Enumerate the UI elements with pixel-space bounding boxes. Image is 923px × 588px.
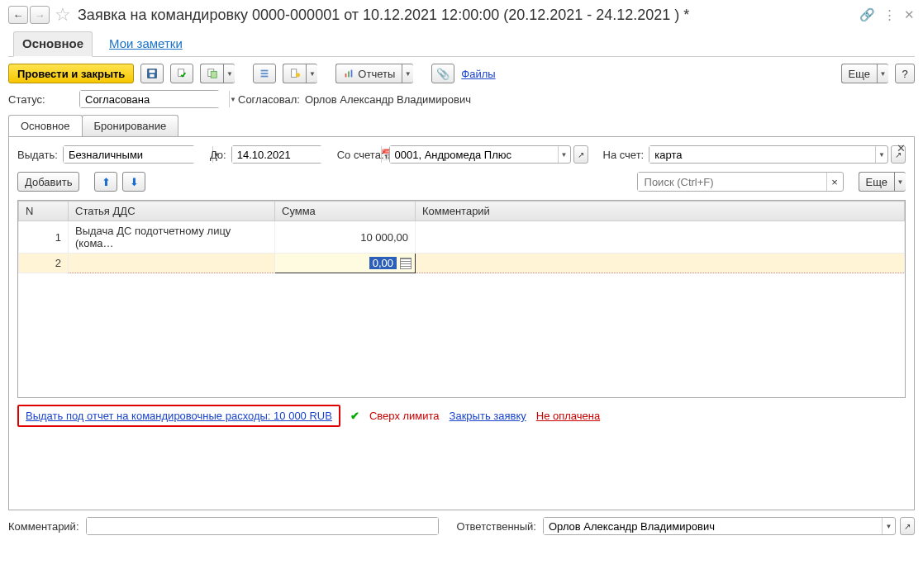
col-n[interactable]: N xyxy=(19,202,69,221)
subpanel-close-icon[interactable]: ✕ xyxy=(897,142,906,154)
move-down-button[interactable]: ⬇ xyxy=(122,172,145,192)
cell-sum-editing[interactable]: 0,00 xyxy=(275,254,416,273)
inner-tab-booking[interactable]: Бронирование xyxy=(82,115,179,136)
close-window-icon[interactable]: ✕ xyxy=(904,7,915,22)
more-split[interactable]: Еще ▼ xyxy=(841,64,888,83)
status-combo[interactable]: ▼ xyxy=(79,90,220,108)
print-split[interactable]: ▼ xyxy=(283,64,317,83)
cell-dds[interactable] xyxy=(69,254,275,273)
col-dds[interactable]: Статья ДДС xyxy=(69,202,275,221)
nav-back-button[interactable]: ← xyxy=(8,6,28,24)
col-sum[interactable]: Сумма xyxy=(275,202,416,221)
reports-split[interactable]: Отчеты ▼ xyxy=(335,64,413,83)
table-toolbar: Добавить ⬆ ⬇ × Еще ▼ xyxy=(17,172,906,192)
table-row[interactable]: 1 Выдача ДС подотчетному лицу (кома… 10 … xyxy=(19,221,905,254)
responsible-input[interactable] xyxy=(544,518,882,534)
post-button[interactable] xyxy=(170,64,193,83)
issue-advance-link[interactable]: Выдать под отчет на командировочные расх… xyxy=(26,410,332,422)
create-based-on-split[interactable]: ▼ xyxy=(200,64,235,83)
over-limit-text: Сверх лимита xyxy=(369,410,440,422)
svg-rect-1 xyxy=(150,70,155,74)
responsible-open-icon[interactable]: ↗ xyxy=(900,517,915,535)
more-button[interactable]: Еще xyxy=(841,64,877,83)
nav-forward-button[interactable]: → xyxy=(30,6,50,24)
cell-comment[interactable] xyxy=(416,221,905,254)
reports-label: Отчеты xyxy=(358,68,395,80)
cell-dds[interactable]: Выдача ДС подотчетному лицу (кома… xyxy=(69,221,275,254)
close-request-link[interactable]: Закрыть заявку xyxy=(450,410,526,422)
footer-row: Комментарий: Ответственный: ▼ ↗ xyxy=(8,517,915,535)
save-button[interactable] xyxy=(140,64,164,83)
cell-n[interactable]: 1 xyxy=(19,221,69,254)
before-label: До: xyxy=(210,149,226,161)
list-button[interactable] xyxy=(253,64,276,83)
inner-tab-main[interactable]: Основное xyxy=(8,115,83,136)
give-input[interactable] xyxy=(64,146,212,163)
search-input[interactable] xyxy=(638,173,826,191)
from-account-combo[interactable]: ▼ xyxy=(389,145,571,164)
favorite-star-icon[interactable]: ☆ xyxy=(55,4,71,26)
search-box[interactable]: × xyxy=(637,172,844,192)
to-account-label: На счет: xyxy=(603,149,645,161)
add-row-button[interactable]: Добавить xyxy=(17,172,79,192)
kebab-menu-icon[interactable]: ⋮ xyxy=(883,7,896,22)
to-account-input[interactable] xyxy=(649,146,875,163)
to-account-dropdown-icon[interactable]: ▼ xyxy=(875,146,887,163)
comment-field[interactable] xyxy=(86,517,439,535)
create-based-on-button[interactable] xyxy=(200,64,223,83)
link-icon[interactable]: 🔗 xyxy=(859,7,875,22)
before-date[interactable]: 📅 xyxy=(231,145,322,164)
col-comment[interactable]: Комментарий xyxy=(416,202,905,221)
attach-button[interactable]: 📎 xyxy=(431,64,454,83)
cell-sum[interactable]: 10 000,00 xyxy=(275,221,416,254)
to-account-combo[interactable]: ▼ xyxy=(649,145,888,164)
print-button[interactable] xyxy=(283,64,306,83)
svg-point-10 xyxy=(296,73,300,77)
svg-rect-11 xyxy=(345,74,347,77)
payout-row: Выдать: ▼ До: 📅 Со счета: ▼ ↗ На счет: ▼… xyxy=(17,145,906,164)
cell-comment[interactable] xyxy=(416,254,905,273)
table-more-dropdown[interactable]: ▼ xyxy=(894,172,906,192)
page-tabs: Основное Мои заметки xyxy=(8,31,915,57)
reports-dropdown[interactable]: ▼ xyxy=(402,64,413,83)
status-label: Статус: xyxy=(8,93,74,106)
not-paid-text: Не оплачена xyxy=(536,410,600,422)
table-more-button[interactable]: Еще xyxy=(859,172,894,192)
page-title: Заявка на командировку 0000-000001 от 10… xyxy=(78,7,859,24)
help-button[interactable]: ? xyxy=(895,64,915,83)
responsible-dropdown-icon[interactable]: ▼ xyxy=(882,518,895,534)
svg-rect-5 xyxy=(211,71,216,78)
comment-label: Комментарий: xyxy=(8,520,79,533)
cell-sum-value[interactable]: 0,00 xyxy=(369,257,397,269)
from-account-dropdown-icon[interactable]: ▼ xyxy=(558,146,570,163)
svg-rect-2 xyxy=(150,74,155,78)
post-and-close-button[interactable]: Провести и закрыть xyxy=(8,64,134,83)
highlight-box: Выдать под отчет на командировочные расх… xyxy=(17,405,340,427)
svg-rect-8 xyxy=(261,76,269,78)
move-up-button[interactable]: ⬆ xyxy=(94,172,117,192)
cell-n[interactable]: 2 xyxy=(19,254,69,273)
approved-by-value: Орлов Александр Владимирович xyxy=(305,93,471,106)
tab-main[interactable]: Основное xyxy=(13,31,93,57)
from-account-input[interactable] xyxy=(390,146,558,163)
tab-notes[interactable]: Мои заметки xyxy=(104,31,188,56)
responsible-combo[interactable]: ▼ xyxy=(543,517,896,535)
table-more-split[interactable]: Еще ▼ xyxy=(859,172,906,192)
search-clear-icon[interactable]: × xyxy=(826,173,843,191)
more-dropdown[interactable]: ▼ xyxy=(877,64,888,83)
create-based-on-dropdown[interactable]: ▼ xyxy=(223,64,235,83)
from-account-open-icon[interactable]: ↗ xyxy=(573,145,588,164)
calculator-icon[interactable] xyxy=(400,258,412,269)
from-account-label: Со счета: xyxy=(337,149,384,161)
comment-input[interactable] xyxy=(87,518,438,534)
give-combo[interactable]: ▼ xyxy=(63,145,195,164)
status-dropdown-icon[interactable]: ▼ xyxy=(229,91,236,107)
files-link[interactable]: Файлы xyxy=(461,68,495,80)
print-dropdown[interactable]: ▼ xyxy=(306,64,317,83)
responsible-label: Ответственный: xyxy=(457,520,536,533)
status-input[interactable] xyxy=(80,91,229,107)
svg-rect-6 xyxy=(261,70,269,72)
reports-button[interactable]: Отчеты xyxy=(335,64,402,83)
svg-rect-7 xyxy=(261,73,269,74)
table-row[interactable]: 2 0,00 xyxy=(19,254,905,273)
